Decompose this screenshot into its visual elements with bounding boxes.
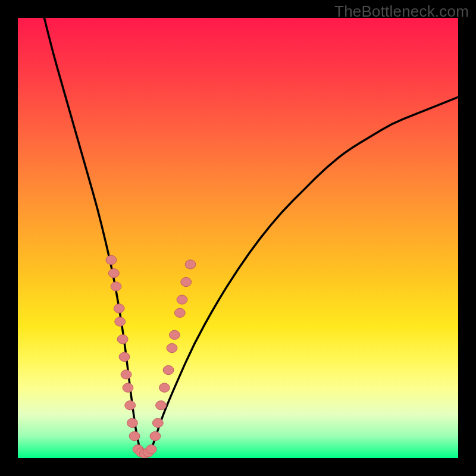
bottleneck-curve xyxy=(44,18,458,457)
data-dot xyxy=(111,282,121,291)
data-dot xyxy=(123,383,133,392)
data-dot xyxy=(150,431,161,440)
data-dot xyxy=(152,418,163,427)
data-dot xyxy=(177,295,187,304)
data-dot xyxy=(185,260,196,269)
data-dot xyxy=(163,365,174,374)
data-dot xyxy=(156,401,167,410)
data-dot xyxy=(159,383,170,392)
chart-frame: TheBottleneck.com xyxy=(0,0,476,476)
data-dot xyxy=(181,277,192,286)
data-dots xyxy=(106,255,196,458)
data-dot xyxy=(170,330,180,339)
plot-area xyxy=(18,18,458,458)
data-dot xyxy=(108,269,119,278)
data-dot xyxy=(115,317,126,326)
data-dot xyxy=(127,418,137,427)
data-dot xyxy=(117,335,128,344)
chart-svg xyxy=(18,18,458,458)
data-dot xyxy=(114,304,124,313)
data-dot xyxy=(146,445,156,454)
data-dot xyxy=(129,431,140,440)
curve-path xyxy=(44,18,458,457)
data-dot xyxy=(119,352,130,361)
data-dot xyxy=(121,370,131,379)
data-dot xyxy=(125,401,136,410)
data-dot xyxy=(174,308,185,317)
data-dot xyxy=(106,255,117,264)
data-dot xyxy=(167,343,177,352)
